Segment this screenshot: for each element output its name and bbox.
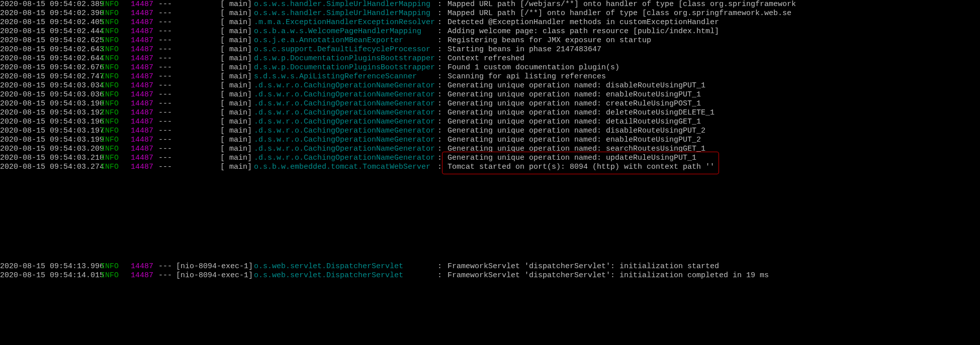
log-level: INFO [101, 99, 131, 108]
log-thread: [ main] [176, 27, 254, 36]
log-line: 2020-08-15 09:54:03.036 INFO14487---[ ma… [0, 90, 980, 99]
log-colon: : [437, 18, 448, 27]
log-message: Generating unique operation named: delet… [448, 108, 980, 118]
log-sep: --- [158, 45, 176, 54]
log-timestamp: 2020-08-15 09:54:03.199 [0, 136, 101, 145]
log-pid: 14487 [131, 145, 158, 154]
log-sep: --- [158, 127, 176, 136]
log-colon: : [437, 163, 448, 172]
log-timestamp: 2020-08-15 09:54:02.389 [0, 0, 101, 9]
log-class: s.d.s.w.s.ApiListingReferenceScanner [254, 72, 437, 81]
log-timestamp: 2020-08-15 09:54:03.274 [0, 163, 101, 172]
log-message: Generating unique operation named: enabl… [448, 136, 980, 145]
log-message: Generating unique operation named: disab… [448, 127, 980, 136]
log-line: 2020-08-15 09:54:13.996 INFO14487---[nio… [0, 262, 980, 271]
log-timestamp: 2020-08-15 09:54:03.210 [0, 154, 101, 163]
log-class: .d.s.w.r.o.CachingOperationNameGenerator [254, 127, 437, 136]
log-thread: [ main] [176, 127, 254, 136]
log-level: INFO [101, 163, 131, 172]
log-class: .d.s.w.r.o.CachingOperationNameGenerator [254, 81, 437, 90]
log-message: Generating unique operation named: disab… [448, 81, 980, 90]
log-class: o.s.b.w.embedded.tomcat.TomcatWebServer [254, 163, 437, 172]
log-line: 2020-08-15 09:54:02.625 INFO14487---[ ma… [0, 36, 980, 45]
terminal-log[interactable]: 2020-08-15 09:54:02.389 INFO14487---[ ma… [0, 0, 980, 280]
log-class: .d.s.w.r.o.CachingOperationNameGenerator [254, 118, 437, 127]
log-pid: 14487 [131, 163, 158, 172]
log-timestamp: 2020-08-15 09:54:03.036 [0, 90, 101, 99]
log-level: INFO [101, 108, 131, 118]
log-pid: 14487 [131, 154, 158, 163]
log-message: Starting beans in phase 2147483647 [448, 45, 980, 54]
log-line: 2020-08-15 09:54:02.444 INFO14487---[ ma… [0, 27, 980, 36]
log-sep: --- [158, 271, 176, 280]
log-thread: [ main] [176, 72, 254, 81]
log-sep: --- [158, 18, 176, 27]
log-thread: [nio-8094-exec-1] [176, 271, 254, 280]
log-gap [0, 172, 980, 262]
log-pid: 14487 [131, 127, 158, 136]
log-line: 2020-08-15 09:54:03.196 INFO14487---[ ma… [0, 118, 980, 127]
log-thread: [ main] [176, 36, 254, 45]
log-level: INFO [101, 45, 131, 54]
log-timestamp: 2020-08-15 09:54:02.390 [0, 9, 101, 18]
log-line: 2020-08-15 09:54:02.390 INFO14487---[ ma… [0, 9, 980, 18]
log-level: INFO [101, 27, 131, 36]
log-pid: 14487 [131, 54, 158, 63]
log-pid: 14487 [131, 108, 158, 118]
log-level: INFO [101, 0, 131, 9]
log-pid: 14487 [131, 90, 158, 99]
log-level: INFO [101, 18, 131, 27]
log-class: .d.s.w.r.o.CachingOperationNameGenerator [254, 154, 437, 163]
log-pid: 14487 [131, 45, 158, 54]
log-sep: --- [158, 108, 176, 118]
log-line: 2020-08-15 09:54:03.210 INFO14487---[ ma… [0, 154, 980, 163]
log-thread: [ main] [176, 0, 254, 9]
log-message: Adding welcome page: class path resource… [448, 27, 980, 36]
log-message: Mapped URL path [/webjars/**] onto handl… [448, 0, 980, 9]
log-sep: --- [158, 54, 176, 63]
log-class: o.s.web.servlet.DispatcherServlet [254, 262, 437, 271]
log-class: .d.s.w.r.o.CachingOperationNameGenerator [254, 136, 437, 145]
log-colon: : [437, 45, 448, 54]
log-pid: 14487 [131, 63, 158, 72]
log-thread: [ main] [176, 81, 254, 90]
log-colon: : [437, 72, 448, 81]
log-timestamp: 2020-08-15 09:54:03.034 [0, 81, 101, 90]
log-line: 2020-08-15 09:54:02.389 INFO14487---[ ma… [0, 0, 980, 9]
log-line: 2020-08-15 09:54:03.192 INFO14487---[ ma… [0, 108, 980, 118]
log-class: .d.s.w.r.o.CachingOperationNameGenerator [254, 145, 437, 154]
log-level: INFO [101, 127, 131, 136]
log-sep: --- [158, 0, 176, 9]
log-sep: --- [158, 27, 176, 36]
log-message: Generating unique operation named: detai… [448, 118, 980, 127]
log-pid: 14487 [131, 262, 158, 271]
log-line: 2020-08-15 09:54:02.405 INFO14487---[ ma… [0, 18, 980, 27]
log-timestamp: 2020-08-15 09:54:03.197 [0, 127, 101, 136]
log-pid: 14487 [131, 81, 158, 90]
log-sep: --- [158, 72, 176, 81]
log-sep: --- [158, 145, 176, 154]
log-level: INFO [101, 136, 131, 145]
log-thread: [ main] [176, 108, 254, 118]
log-message: Found 1 custom documentation plugin(s) [448, 63, 980, 72]
log-thread: [ main] [176, 18, 254, 27]
log-colon: : [437, 36, 448, 45]
log-pid: 14487 [131, 18, 158, 27]
log-class: d.s.w.p.DocumentationPluginsBootstrapper [254, 54, 437, 63]
log-pid: 14487 [131, 72, 158, 81]
log-message: FrameworkServlet 'dispatcherServlet': in… [448, 262, 980, 271]
log-thread: [ main] [176, 90, 254, 99]
log-thread: [nio-8094-exec-1] [176, 262, 254, 271]
log-class: o.s.web.servlet.DispatcherServlet [254, 271, 437, 280]
log-sep: --- [158, 90, 176, 99]
log-line: 2020-08-15 09:54:03.190 INFO14487---[ ma… [0, 99, 980, 108]
log-thread: [ main] [176, 145, 254, 154]
log-colon: : [437, 262, 448, 271]
log-timestamp: 2020-08-15 09:54:02.405 [0, 18, 101, 27]
log-timestamp: 2020-08-15 09:54:02.444 [0, 27, 101, 36]
log-line: 2020-08-15 09:54:02.747 INFO14487---[ ma… [0, 72, 980, 81]
log-colon: : [437, 99, 448, 108]
log-line: 2020-08-15 09:54:03.209 INFO14487---[ ma… [0, 145, 980, 154]
log-sep: --- [158, 154, 176, 163]
log-message: Tomcat started on port(s): 8094 (http) w… [448, 163, 980, 172]
